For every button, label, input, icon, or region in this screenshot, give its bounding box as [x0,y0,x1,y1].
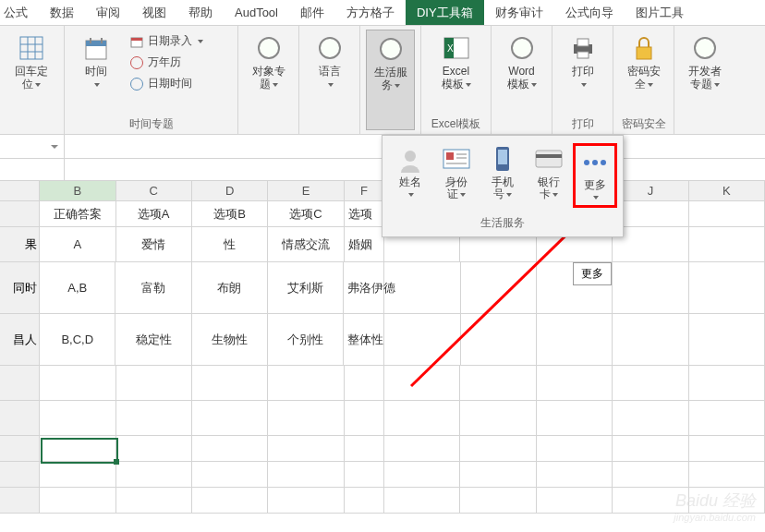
clock-icon [129,55,144,70]
lock-icon [629,33,659,63]
phone-button[interactable]: 手机 号 [480,143,525,208]
life-service-button[interactable]: 生活服 务 [366,30,415,130]
datetime-button[interactable]: 日期时间 [126,74,207,93]
svg-rect-16 [577,52,589,58]
person-icon [395,145,425,175]
password-button[interactable]: 密码安 全 [619,30,668,115]
tab-view[interactable]: 视图 [131,0,177,25]
enter-position-label: 回车定 位 [15,65,48,91]
svg-point-29 [592,160,598,165]
tab-formula[interactable]: 公式 [0,0,39,25]
name-button[interactable]: 姓名 [388,143,432,208]
print-button[interactable]: 打印 [558,30,607,115]
tab-mail[interactable]: 邮件 [289,0,335,25]
circle-icon [315,33,345,63]
tab-help[interactable]: 帮助 [177,0,224,25]
ribbon: 回车定 位 时间 日期录入 万年历 日期时间 时间专题 对象专 题 [0,26,765,135]
object-topic-label: 对象专 题 [252,65,285,91]
row-header[interactable] [0,201,40,227]
circle-icon [254,33,284,63]
tab-review[interactable]: 审阅 [85,0,131,25]
cell[interactable]: 正确答案 [40,201,115,227]
cell[interactable]: 选项A [116,201,192,227]
grid-icon [17,33,46,63]
word-template-button[interactable]: Word 模板 [497,30,546,130]
circle-icon [376,34,406,64]
cell[interactable]: 选项 [345,201,384,227]
date-input-button[interactable]: 日期录入 [126,31,207,51]
cell[interactable]: 个别性 [268,314,344,366]
cell[interactable]: 艾利斯 [268,262,344,314]
tab-fangfang[interactable]: 方方格子 [335,0,406,25]
tab-audtool[interactable]: AudTool [224,0,289,25]
developer-button[interactable]: 开发者 专题 [680,30,730,130]
clock-icon [129,77,144,91]
cell[interactable]: A [40,227,115,262]
row-header[interactable]: 同时 [0,262,40,314]
row-header[interactable]: 昌人 [0,314,40,366]
tab-formula-wizard[interactable]: 公式向导 [554,0,625,25]
bank-card-button[interactable]: 银行 卡 [527,143,571,208]
group-label-1 [6,130,58,132]
col-header-c[interactable]: C [116,181,192,201]
print-label: 打印 [572,65,594,91]
object-topic-button[interactable]: 对象专 题 [244,30,293,130]
col-header-e[interactable]: E [268,181,344,201]
cell[interactable]: B,C,D [40,314,115,366]
ribbon-tabs: 公式 数据 审阅 视图 帮助 AudTool 邮件 方方格子 DIY工具箱 财务… [0,0,765,26]
language-button[interactable]: 语言 [305,30,354,130]
calendar-button[interactable]: 万年历 [126,53,207,72]
col-header-b[interactable]: B [40,181,115,201]
col-header-j[interactable]: J [613,181,688,201]
table-row [0,366,765,401]
name-box[interactable] [0,135,65,158]
cell[interactable]: 稳定性 [115,314,191,366]
cell[interactable]: 弗洛伊德 [344,262,384,314]
svg-rect-17 [637,47,651,59]
row-header[interactable]: 果 [0,227,40,262]
table-row [0,462,765,488]
svg-point-28 [584,160,589,165]
dropdown-label: 生活服务 [382,212,623,236]
cell[interactable]: 选项B [192,201,268,227]
time-label: 时间 [85,65,107,91]
tab-data[interactable]: 数据 [39,0,85,25]
cell[interactable]: 生物性 [192,314,268,366]
tab-audit[interactable]: 财务审计 [484,0,554,25]
cell[interactable]: 整体性 [344,314,384,366]
more-button[interactable]: 更多 [573,143,617,208]
phone-icon [488,145,517,175]
cell[interactable]: 婚姻 [345,227,384,262]
circle-icon [690,33,720,63]
cell[interactable]: 性 [192,227,268,262]
tab-diy-toolbox[interactable]: DIY工具箱 [406,0,484,25]
svg-rect-27 [536,154,562,158]
cell[interactable]: 爱情 [116,227,192,262]
tab-image-tools[interactable]: 图片工具 [625,0,695,25]
cell[interactable]: 富勒 [115,262,191,314]
select-all-corner[interactable] [0,181,40,201]
col-header-f[interactable]: F [345,181,384,201]
excel-template-button[interactable]: X Excel 模板 [427,30,485,115]
table-row [0,488,765,514]
enter-position-button[interactable]: 回车定 位 [6,30,57,130]
id-card-icon [442,145,471,175]
language-label: 语言 [319,65,341,91]
calendar-icon [81,33,111,63]
cell[interactable]: A,B [40,262,115,314]
cell[interactable]: 布朗 [192,262,268,314]
svg-rect-0 [20,37,42,59]
group-label-print: 打印 [558,115,607,132]
password-label: 密码安 全 [627,65,661,91]
time-button[interactable]: 时间 [70,30,122,115]
svg-text:X: X [447,43,454,54]
cell[interactable]: 选项C [268,201,344,227]
col-header-k[interactable]: K [689,181,765,201]
cell[interactable]: 情感交流 [268,227,344,262]
svg-rect-15 [577,39,589,46]
col-header-d[interactable]: D [192,181,268,201]
svg-rect-26 [536,151,562,167]
id-card-button[interactable]: 身份 证 [434,143,479,208]
svg-rect-20 [446,152,454,160]
developer-label: 开发者 专题 [688,65,722,91]
